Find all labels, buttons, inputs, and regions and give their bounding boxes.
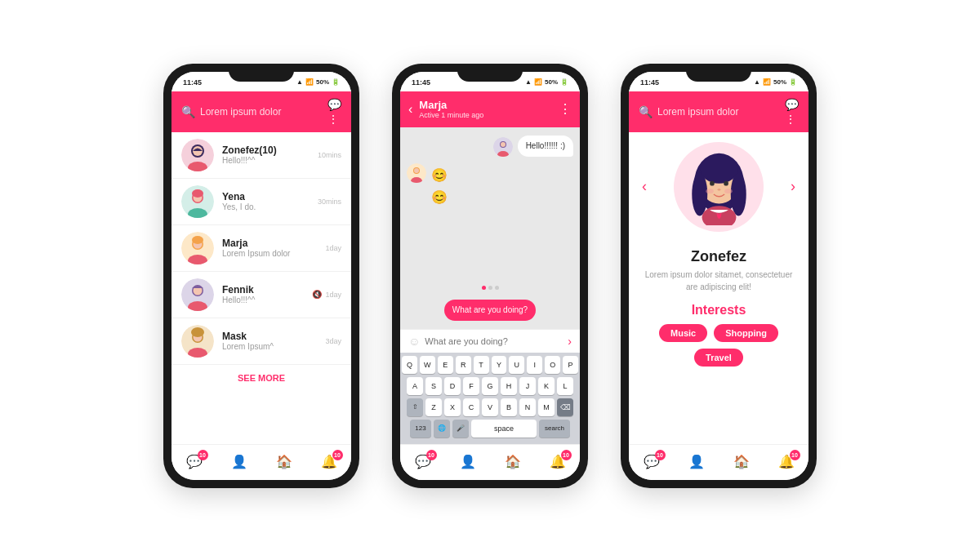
nav-notifications-3[interactable]: 🔔 10 (778, 454, 795, 469)
key-r[interactable]: R (456, 356, 471, 374)
more-icon-3[interactable]: ⋮ (785, 113, 796, 126)
key-space[interactable]: space (471, 420, 537, 438)
chat-item-5[interactable]: Mask Lorem Ipsum^ 3day (172, 318, 351, 365)
tag-shopping[interactable]: Shopping (714, 324, 778, 342)
search-input-1[interactable] (200, 106, 323, 118)
nav-notifications-2[interactable]: 🔔 10 (550, 454, 566, 469)
see-more-btn[interactable]: SEE MORE (172, 365, 351, 391)
chat-time-4: 1day (325, 291, 341, 299)
key-mic[interactable]: 🎤 (452, 420, 469, 438)
svg-point-8 (192, 189, 203, 198)
profile-nav-3: ‹ (642, 142, 795, 232)
key-o[interactable]: O (545, 356, 560, 374)
key-b[interactable]: B (501, 398, 517, 416)
interests-tags-3: Music Shopping Travel (642, 324, 795, 367)
chat-name-3: Marja (222, 238, 317, 249)
profile-nav-icon-1: 👤 (231, 454, 247, 469)
tag-travel[interactable]: Travel (694, 349, 743, 367)
key-i[interactable]: I (527, 356, 542, 374)
prev-arrow-3[interactable]: ‹ (642, 178, 647, 195)
key-s[interactable]: S (425, 377, 442, 395)
battery-icon-2: 🔋 (560, 78, 568, 86)
search-input-3[interactable] (657, 106, 780, 118)
message-input-2[interactable] (425, 336, 563, 346)
notch-1 (229, 64, 294, 82)
notif-badge-1: 10 (332, 450, 343, 460)
key-v[interactable]: V (482, 398, 498, 416)
key-e[interactable]: E (438, 356, 453, 374)
bottom-nav-1: 💬 10 👤 🏠 🔔 10 (172, 444, 351, 480)
key-x[interactable]: X (444, 398, 461, 416)
phone-2: 11:45 ▲ 📶 50% 🔋 ‹ Marja Active 1 minute … (392, 64, 588, 488)
svg-point-13 (192, 236, 203, 244)
nav-profile-3[interactable]: 👤 (688, 454, 705, 469)
key-w[interactable]: W (420, 356, 435, 374)
key-k[interactable]: K (538, 377, 555, 395)
nav-profile-1[interactable]: 👤 (231, 454, 247, 469)
send-icon-2[interactable]: › (568, 335, 572, 348)
nav-chat-1[interactable]: 💬 10 (186, 454, 203, 469)
key-u[interactable]: U (509, 356, 524, 374)
key-q[interactable]: Q (402, 356, 417, 374)
keyboard-2: Q W E R T Y U I O P A S D F G H (400, 353, 580, 444)
nav-chat-3[interactable]: 💬 10 (644, 454, 660, 469)
key-h[interactable]: H (501, 377, 517, 395)
key-f[interactable]: F (463, 377, 479, 395)
nav-profile-2[interactable]: 👤 (460, 454, 476, 469)
key-z[interactable]: Z (425, 398, 442, 416)
emoji-icon-2[interactable]: ☺ (408, 335, 420, 348)
chat-item-1[interactable]: Zonefez(10) Hello!!!^^ 10mins (172, 132, 351, 179)
wifi-icon-1: ▲ (296, 78, 303, 86)
key-d[interactable]: D (444, 377, 461, 395)
svg-point-37 (724, 181, 728, 186)
key-m[interactable]: M (538, 398, 555, 416)
back-icon-2[interactable]: ‹ (408, 102, 412, 117)
key-shift[interactable]: ⇧ (407, 398, 423, 416)
nav-home-2[interactable]: 🏠 (505, 454, 521, 469)
header-icons-1: 💬 ⋮ (327, 97, 341, 127)
nav-home-1[interactable]: 🏠 (276, 454, 292, 469)
message-icon-1[interactable]: 💬 (327, 98, 341, 111)
chat-preview-2: Yes, I do. (222, 202, 310, 211)
chat-item-2[interactable]: Yena Yes, I do. 30mins (172, 179, 351, 225)
kb-row-4: 123 🌐 🎤 space search (402, 420, 578, 438)
search-header-3: 🔍 💬 ⋮ (629, 91, 808, 132)
chat-item-3[interactable]: Marja Lorem Ipsum dolor 1day (172, 225, 351, 272)
key-delete[interactable]: ⌫ (557, 398, 573, 416)
chat-name-2: Yena (222, 191, 310, 202)
key-p[interactable]: P (563, 356, 578, 374)
key-search[interactable]: search (539, 420, 570, 438)
key-j[interactable]: J (519, 377, 536, 395)
search-icon-3[interactable]: 🔍 (639, 105, 653, 118)
nav-notifications-1[interactable]: 🔔 10 (321, 454, 337, 469)
signal-icon-1: 📶 (305, 78, 314, 86)
chat-badge-3: 10 (655, 450, 666, 460)
key-l[interactable]: L (557, 377, 573, 395)
key-123[interactable]: 123 (410, 420, 431, 438)
more-icon-2[interactable]: ⋮ (559, 101, 572, 117)
chat-input-area-2: ☺ › (400, 329, 580, 353)
nav-chat-2[interactable]: 💬 10 (415, 454, 431, 469)
more-icon-1[interactable]: ⋮ (327, 113, 339, 126)
notif-badge-2: 10 (561, 450, 572, 460)
search-icon-1[interactable]: 🔍 (181, 105, 195, 118)
key-a[interactable]: A (407, 377, 423, 395)
notch-2 (457, 64, 523, 82)
status-time-1: 11:45 (183, 78, 202, 87)
nav-home-3[interactable]: 🏠 (733, 454, 750, 469)
chat-time-2: 30mins (318, 198, 341, 206)
chat-item-4[interactable]: Fennik Hello!!!^^ 🔇 1day (172, 272, 351, 318)
message-icon-3[interactable]: 💬 (785, 98, 799, 111)
chat-info-5: Mask Lorem Ipsum^ (222, 331, 317, 351)
key-n[interactable]: N (519, 398, 536, 416)
key-g[interactable]: G (482, 377, 498, 395)
key-t[interactable]: T (474, 356, 489, 374)
msg-bubble-pink: What are you doing? (444, 300, 536, 321)
phone-1: 11:45 ▲ 📶 50% 🔋 🔍 💬 ⋮ (163, 64, 359, 488)
next-arrow-3[interactable]: › (791, 178, 795, 195)
key-globe[interactable]: 🌐 (434, 420, 450, 438)
tag-music[interactable]: Music (659, 324, 707, 342)
key-y[interactable]: Y (492, 356, 507, 374)
key-c[interactable]: C (463, 398, 479, 416)
chat-badge-1: 10 (198, 450, 208, 460)
